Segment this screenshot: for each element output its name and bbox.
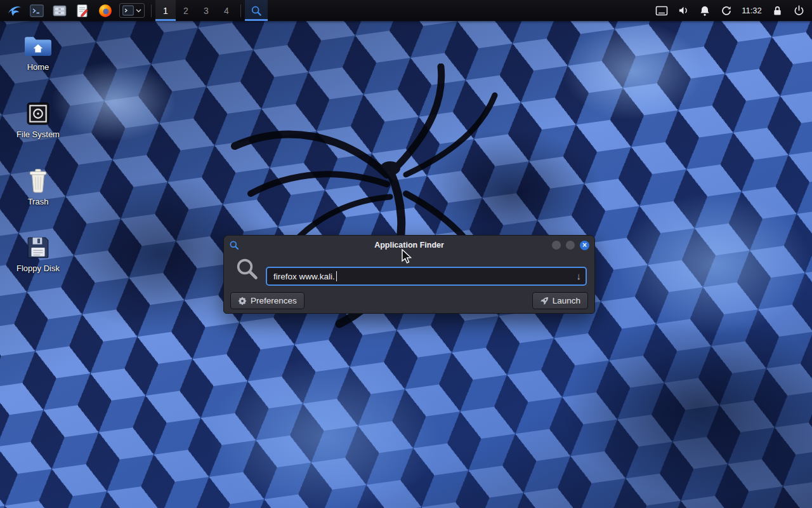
power-icon — [794, 5, 804, 16]
gear-icon — [238, 297, 247, 305]
clock[interactable]: 11:32 — [737, 0, 766, 21]
home-folder-icon — [23, 34, 53, 58]
workspace-label: 1 — [163, 6, 168, 16]
desktop-icon-label: Home — [27, 62, 49, 72]
search-icon — [251, 5, 262, 17]
logout-button[interactable] — [788, 0, 809, 21]
volume-icon — [678, 5, 690, 16]
panel-separator — [151, 4, 152, 17]
kali-menu-icon — [6, 3, 22, 18]
desktop-icon-trash[interactable]: Trash — [8, 168, 69, 206]
display-tray-button[interactable] — [651, 0, 672, 21]
taskbar-application-finder-button[interactable] — [245, 0, 268, 21]
volume-tray-button[interactable] — [672, 0, 694, 21]
workspace-button-2[interactable]: 2 — [176, 0, 196, 21]
terminal-icon — [30, 4, 44, 17]
desktop-icon-label: Floppy Disk — [16, 264, 60, 273]
history-dropdown-arrow-icon[interactable]: ↓ — [577, 271, 582, 281]
desktop-icon-floppy-disk[interactable]: Floppy Disk — [8, 236, 69, 273]
applications-menu-button[interactable] — [3, 0, 25, 21]
panel-separator — [240, 4, 241, 17]
lock-screen-button[interactable] — [766, 0, 788, 21]
firefox-launcher[interactable] — [94, 0, 117, 21]
workspace-label: 3 — [204, 6, 209, 16]
update-icon — [721, 5, 732, 17]
text-editor-icon — [75, 4, 89, 18]
top-panel: 1 2 3 4 — [0, 0, 812, 21]
terminal-dropdown-icon — [122, 5, 134, 16]
file-manager-icon — [53, 4, 67, 17]
trash-can-icon — [27, 168, 49, 193]
window-title: Application Finder — [224, 241, 594, 250]
desktop-icon-label: File System — [16, 130, 60, 139]
terminal-dropdown-launcher[interactable] — [117, 0, 147, 21]
desktop-icon-home[interactable]: Home — [8, 34, 69, 72]
notifications-tray-button[interactable] — [694, 0, 716, 21]
lock-icon — [773, 5, 782, 16]
workspace-label: 4 — [224, 6, 229, 16]
text-caret — [336, 271, 337, 281]
workspace-button-3[interactable]: 3 — [196, 0, 216, 21]
floppy-disk-icon — [26, 236, 50, 260]
file-manager-launcher[interactable] — [48, 0, 71, 21]
clock-text: 11:32 — [742, 6, 762, 15]
notifications-bell-icon — [699, 5, 710, 17]
preferences-button[interactable]: Preferences — [230, 292, 304, 309]
application-finder-window: Application Finder × firefox www.kali. ↓… — [223, 235, 595, 314]
launch-button[interactable]: Launch — [532, 292, 588, 309]
preferences-button-label: Preferences — [251, 296, 297, 305]
chevron-down-icon — [136, 9, 141, 13]
file-system-drive-icon — [26, 102, 50, 126]
update-tray-button[interactable] — [716, 0, 737, 21]
firefox-icon — [98, 4, 112, 18]
mouse-cursor — [401, 249, 415, 264]
terminal-launcher[interactable] — [25, 0, 48, 21]
workspace-label: 2 — [183, 6, 188, 16]
display-icon — [655, 6, 668, 16]
search-icon — [234, 256, 259, 281]
workspace-button-4[interactable]: 4 — [216, 0, 237, 21]
workspace-button-1[interactable]: 1 — [155, 0, 176, 21]
text-editor-launcher[interactable] — [71, 0, 94, 21]
search-input[interactable]: firefox www.kali. ↓ — [266, 267, 587, 286]
maximize-button[interactable] — [566, 241, 575, 250]
desktop-icon-file-system[interactable]: File System — [8, 102, 69, 139]
close-button[interactable]: × — [580, 241, 589, 250]
minimize-button[interactable] — [552, 241, 561, 250]
launch-rocket-icon — [540, 297, 549, 305]
search-input-value: firefox www.kali. — [273, 272, 335, 281]
desktop-icon-label: Trash — [28, 197, 49, 206]
launch-button-label: Launch — [553, 296, 580, 305]
